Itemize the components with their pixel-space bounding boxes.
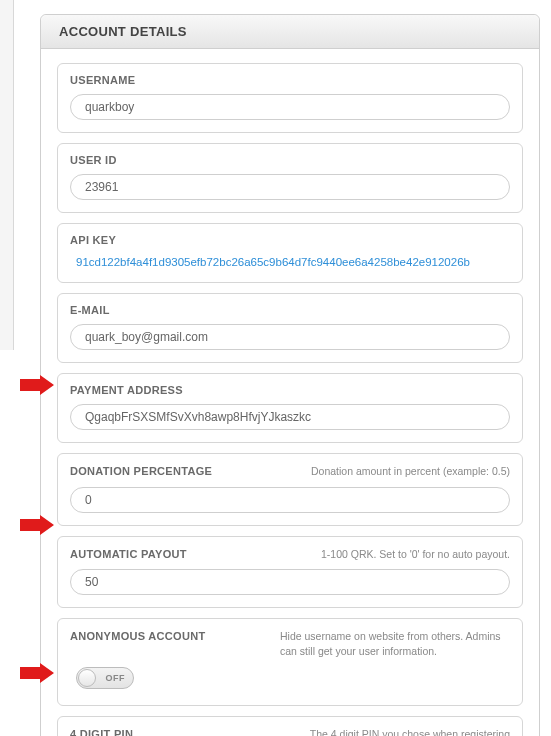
svg-marker-0 <box>20 375 54 395</box>
arrow-icon <box>20 663 54 683</box>
apikey-link[interactable]: 91cd122bf4a4f1d9305efb72bc26a65c9b64d7fc… <box>70 254 510 270</box>
field-autopayout: AUTOMATIC PAYOUT 1-100 QRK. Set to '0' f… <box>57 536 523 609</box>
hint-donation: Donation amount in percent (example: 0.5… <box>311 464 510 479</box>
label-username: USERNAME <box>70 74 135 86</box>
email-input[interactable] <box>70 324 510 350</box>
label-pin: 4 DIGIT PIN <box>70 728 133 736</box>
field-userid: USER ID <box>57 143 523 213</box>
donation-input[interactable] <box>70 487 510 513</box>
field-apikey: API KEY 91cd122bf4a4f1d9305efb72bc26a65c… <box>57 223 523 283</box>
arrow-icon <box>20 375 54 395</box>
toggle-knob <box>78 669 96 687</box>
arrow-icon <box>20 515 54 535</box>
hint-anonymous: Hide username on website from others. Ad… <box>280 629 510 658</box>
label-email: E-MAIL <box>70 304 110 316</box>
toggle-state: OFF <box>106 673 126 683</box>
hint-autopayout: 1-100 QRK. Set to '0' for no auto payout… <box>321 547 510 562</box>
payment-address-input[interactable] <box>70 404 510 430</box>
label-userid: USER ID <box>70 154 117 166</box>
anonymous-toggle[interactable]: OFF <box>76 667 134 689</box>
label-apikey: API KEY <box>70 234 116 246</box>
hint-pin: The 4 digit PIN you chose when registeri… <box>310 727 510 736</box>
svg-marker-2 <box>20 663 54 683</box>
left-side-strip <box>0 0 14 350</box>
field-anonymous: ANONYMOUS ACCOUNT Hide username on websi… <box>57 618 523 705</box>
field-email: E-MAIL <box>57 293 523 363</box>
label-anonymous: ANONYMOUS ACCOUNT <box>70 630 205 642</box>
label-autopayout: AUTOMATIC PAYOUT <box>70 548 187 560</box>
field-username: USERNAME <box>57 63 523 133</box>
field-donation: DONATION PERCENTAGE Donation amount in p… <box>57 453 523 526</box>
userid-input[interactable] <box>70 174 510 200</box>
field-payment-address: PAYMENT ADDRESS <box>57 373 523 443</box>
label-payment-address: PAYMENT ADDRESS <box>70 384 183 396</box>
panel-title: ACCOUNT DETAILS <box>41 15 539 49</box>
panel-body: USERNAME USER ID API KEY 91cd122bf4a4f1d… <box>41 49 539 736</box>
label-donation: DONATION PERCENTAGE <box>70 465 212 477</box>
autopayout-input[interactable] <box>70 569 510 595</box>
field-pin: 4 DIGIT PIN The 4 digit PIN you chose wh… <box>57 716 523 736</box>
username-input[interactable] <box>70 94 510 120</box>
svg-marker-1 <box>20 515 54 535</box>
account-details-panel: ACCOUNT DETAILS USERNAME USER ID API KEY… <box>40 14 540 736</box>
